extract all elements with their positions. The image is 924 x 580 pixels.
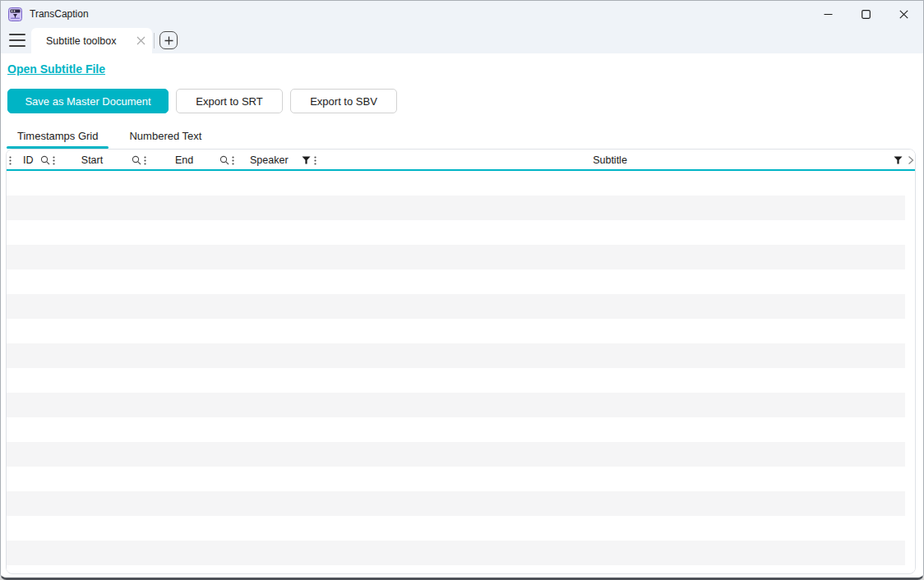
column-header-start[interactable]: Start: [72, 150, 112, 171]
tab-numbered-text[interactable]: Numbered Text: [121, 123, 210, 148]
plus-icon: [164, 36, 173, 45]
export-sbv-button[interactable]: Export to SBV: [290, 89, 397, 113]
filter-icon[interactable]: [894, 150, 903, 171]
minimize-icon: [824, 10, 833, 19]
maximize-button[interactable]: [847, 1, 885, 27]
menu-dots-icon[interactable]: [144, 150, 146, 171]
close-window-button[interactable]: [885, 1, 922, 27]
tab-separator: [154, 33, 155, 48]
tab-close-button[interactable]: [136, 35, 146, 46]
menu-button[interactable]: [5, 30, 30, 51]
tab-subtitle-toolbox[interactable]: Subtitle toolbox: [31, 28, 152, 53]
view-tabs: Timestamps Grid Numbered Text: [1, 123, 210, 148]
hamburger-icon: [9, 34, 25, 35]
grid-body[interactable]: [7, 171, 915, 572]
menu-dots-icon[interactable]: [314, 150, 316, 171]
window-title: TransCaption: [30, 8, 89, 20]
column-header-speaker[interactable]: Speaker: [250, 150, 289, 171]
tab-label: Subtitle toolbox: [46, 35, 116, 47]
subtitle-grid: ID Start End: [6, 149, 916, 574]
close-icon: [899, 10, 908, 19]
chevron-right-icon[interactable]: [908, 150, 914, 171]
menu-dots-icon[interactable]: [232, 150, 234, 171]
export-srt-button[interactable]: Export to SRT: [176, 89, 283, 113]
title-bar: TransCaption: [1, 1, 923, 27]
new-tab-button[interactable]: [159, 31, 178, 49]
tab-strip: Subtitle toolbox: [1, 27, 923, 53]
save-master-document-button[interactable]: Save as Master Document: [7, 89, 169, 113]
menu-dots-icon[interactable]: [53, 150, 55, 171]
tab-timestamps-grid[interactable]: Timestamps Grid: [7, 123, 109, 148]
search-icon[interactable]: [219, 150, 229, 171]
close-icon: [136, 36, 146, 45]
grid-header: ID Start End: [7, 150, 915, 171]
empty-grid-rows: [7, 171, 905, 572]
main-content: Open Subtitle File Save as Master Docume…: [1, 53, 923, 580]
menu-dots-icon[interactable]: [9, 150, 12, 171]
search-icon[interactable]: [132, 150, 141, 171]
search-icon[interactable]: [40, 150, 50, 171]
column-header-id[interactable]: ID: [23, 150, 34, 171]
column-header-end[interactable]: End: [164, 150, 204, 171]
column-header-subtitle[interactable]: Subtitle: [569, 150, 651, 171]
window-controls: [809, 1, 922, 27]
filter-icon[interactable]: [302, 150, 311, 171]
open-subtitle-file-link[interactable]: Open Subtitle File: [7, 62, 105, 76]
app-logo-icon: [8, 7, 22, 21]
app-window: TransCaption Subtitle toolbox: [0, 0, 924, 580]
minimize-button[interactable]: [809, 1, 847, 27]
maximize-icon: [862, 10, 871, 19]
